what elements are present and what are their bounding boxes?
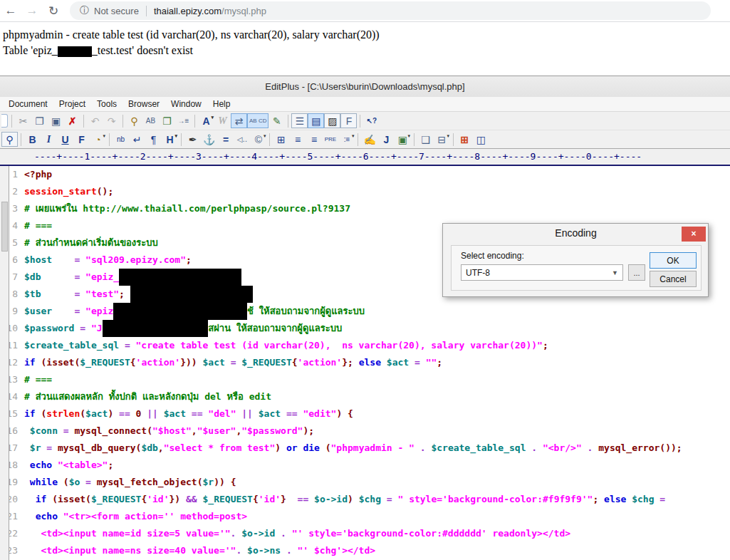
bold-icon[interactable]: B (24, 132, 41, 147)
object-tag-icon[interactable]: ▣▾ (395, 132, 411, 147)
line-break-icon[interactable]: ↵ (129, 132, 145, 147)
menu-document[interactable]: Document (3, 98, 53, 110)
split-window-icon[interactable]: ◫ (473, 132, 489, 147)
code-token-pun: ; (108, 460, 113, 470)
code-token-lib: isset (46, 357, 74, 368)
redo-icon[interactable]: ↷ (103, 113, 120, 128)
browse-button[interactable]: ... (628, 264, 645, 281)
code-token-txt (275, 528, 281, 539)
code-line[interactable]: 22 <td><input name=id size=5 value='". $… (0, 525, 730, 542)
code-token-var: $tb (24, 289, 41, 299)
code-token-txt (119, 340, 125, 351)
code-line[interactable]: 1<?php (0, 166, 730, 183)
anchor-icon[interactable]: ⚓ (201, 132, 217, 147)
code-token-str: "test" (85, 289, 119, 299)
reload-icon[interactable]: ↻ (43, 4, 64, 19)
code-line[interactable]: 20 if (isset($_REQUEST{'id'}) && $_REQUE… (0, 491, 730, 508)
cliptext-icon[interactable]: ☰ (291, 113, 308, 128)
menu-project[interactable]: Project (53, 98, 91, 110)
code-token-op: == (286, 408, 298, 419)
code-line[interactable]: 12if (isset($_REQUEST{'action'})) $act =… (0, 354, 730, 371)
script-tag-icon[interactable]: ✍ (361, 132, 377, 147)
info-icon[interactable]: ⓘ (80, 4, 89, 17)
web-page-content: phpmyadmin - create table test (id varch… (0, 23, 730, 76)
menu-help[interactable]: Help (207, 98, 236, 110)
browser-preview-icon[interactable]: ⚲ (1, 132, 18, 147)
font-tag-icon[interactable]: F (73, 132, 90, 147)
watch-w-icon[interactable]: W (214, 113, 231, 128)
menu-window[interactable]: Window (165, 98, 207, 110)
italic-icon[interactable]: I (41, 132, 57, 147)
word-wrap-icon[interactable]: ⇄ (231, 113, 247, 128)
cancel-button[interactable]: Cancel (650, 271, 697, 287)
goto-line-icon[interactable]: →≡ (175, 113, 192, 128)
column-ruler: ----+----1----+----2----+----3----+----4… (0, 149, 730, 166)
fullscreen-icon[interactable]: F (340, 113, 357, 128)
paste-icon[interactable]: ▣ (48, 113, 64, 128)
code-line[interactable]: 21 echo "<tr><form action='' method=post… (0, 508, 730, 525)
syntax-highlight-icon[interactable]: ✎ (268, 113, 285, 128)
code-line[interactable]: 19 while ($o = mysql_fetch_object($r)) { (0, 474, 730, 491)
copy-icon[interactable]: ❐ (31, 113, 48, 128)
pre-tag-icon[interactable]: PRE (322, 132, 338, 147)
find-in-files-icon[interactable]: ❐ (159, 113, 175, 128)
context-help-icon[interactable]: ↖? (363, 113, 380, 128)
color-picker-icon[interactable]: ✒ (184, 132, 201, 147)
date-time-icon[interactable]: ◔▾ (90, 132, 106, 147)
code-line[interactable]: 10$password = "J สผ่าน ให้สอบถามจากผู้ดู… (0, 320, 730, 337)
code-token-var: $user (24, 306, 52, 316)
delete-icon[interactable]: ✗ (64, 113, 80, 128)
code-line[interactable]: 11$create_table_sql = "create table test… (0, 337, 730, 354)
encoding-select[interactable]: UTF-8 ▼ (461, 264, 623, 281)
code-token-str: 'id' (147, 494, 169, 504)
align-center-icon[interactable]: ≡ (289, 132, 306, 147)
replace-icon[interactable]: AB (142, 113, 159, 128)
cut-icon[interactable]: ✂ (15, 113, 31, 128)
javascript-icon[interactable]: J (378, 132, 395, 147)
heading-icon[interactable]: H▾ (162, 132, 178, 147)
line-number-icon[interactable]: AB CD (247, 113, 268, 128)
code-token-txt (342, 408, 348, 419)
code-line[interactable]: 23 <td><input name=ns size=40 value='". … (0, 542, 730, 559)
forward-icon[interactable]: → (21, 4, 43, 18)
ok-button[interactable]: OK (650, 252, 697, 269)
close-icon[interactable]: × (682, 227, 706, 242)
paragraph-icon[interactable]: ¶ (145, 132, 162, 147)
code-line[interactable]: 17 $r = mysql_db_query($db,"select * fro… (0, 440, 730, 457)
code-line[interactable]: 16 $conn = mysql_connect("$host","$user"… (0, 422, 730, 440)
output-window-icon[interactable]: ▨ (324, 113, 340, 128)
code-token-txt (409, 357, 414, 368)
code-line[interactable]: 18 echo "<table>"; (0, 457, 730, 474)
menu-tools[interactable]: Tools (91, 98, 122, 110)
comment-tag-icon[interactable]: ◁‥ (234, 132, 250, 147)
code-line[interactable]: 2session_start(); (0, 183, 730, 200)
code-line[interactable]: 15if (strlen($act) == 0 || $act == "del"… (0, 405, 730, 422)
code-line[interactable]: 13# === (0, 371, 730, 388)
template-icon[interactable]: ⊟▾ (434, 132, 450, 147)
code-line[interactable]: 9$user = "epiz ช้ ให้สอบถามจากผู้ดูแลระบ… (0, 303, 730, 320)
back-icon[interactable]: ← (0, 4, 21, 18)
new-document-icon[interactable]: ❑ (417, 132, 434, 147)
table-icon[interactable]: ⊞ (273, 132, 289, 147)
underline-icon[interactable]: U (57, 132, 73, 147)
font-icon[interactable]: A▾ (198, 113, 214, 128)
address-bar[interactable]: ⓘ Not secure thaiall.epizy.com /mysql.ph… (70, 1, 711, 20)
menu-browser[interactable]: Browser (122, 98, 165, 110)
select-encoding-label: Select encoding: (461, 251, 524, 261)
toolbar-row1: ✂❐▣✗↶↷⚲AB❐→≡A▾W⇄AB CD✎☰▤▨F↖? (0, 112, 730, 130)
find-icon[interactable]: ⚲ (126, 113, 142, 128)
code-token-txt (58, 511, 63, 522)
list-tag-icon[interactable]: :≡▾ (338, 132, 355, 147)
undo-icon[interactable]: ↶ (87, 113, 103, 128)
code-line[interactable]: 14# ส่วนแสดงผลหลัก ทั้งปกติ และหลังกดปุ่… (0, 388, 730, 405)
sidebar-toggle-icon[interactable]: ▤ (308, 113, 324, 128)
windows-logo-icon[interactable]: ⊞ (457, 132, 473, 147)
code-line[interactable]: 3# เผยแพร่ใน http://www.thaiall.com/perl… (0, 200, 730, 217)
special-char-icon[interactable]: ©▾ (250, 132, 266, 147)
align-right-icon[interactable]: ≡ (306, 132, 322, 147)
nbsp-icon[interactable]: nb (113, 132, 129, 147)
hrule-icon[interactable]: = (217, 132, 234, 147)
side-scrollbar-thumb[interactable] (1, 202, 8, 252)
dropdown-arrow-icon: ▾ (447, 133, 449, 139)
clipped-toolbar-button[interactable] (1, 114, 8, 128)
